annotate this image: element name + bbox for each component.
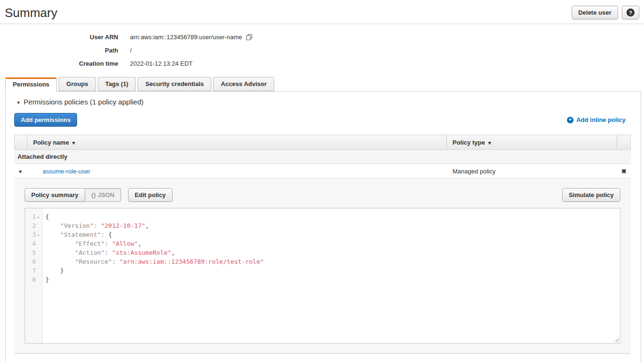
view-buttons: Policy summary {} JSON Edit policy	[25, 188, 173, 202]
json-view-button[interactable]: {} JSON	[85, 188, 121, 202]
title-divider	[0, 24, 644, 24]
add-inline-policy-link[interactable]: Add inline policy	[567, 116, 626, 123]
permissions-policies-section-toggle[interactable]: Permissions policies (1 policy applied)	[17, 98, 634, 106]
detail-row-user-arn: User ARN arn:aws:iam::123456789:user/use…	[0, 30, 644, 43]
path-value: /	[130, 47, 132, 54]
detail-row-creation-time: Creation time 2022-01-12 13:24 EDT	[0, 57, 644, 70]
policy-detail-toolbar: Policy summary {} JSON Edit policy Simul…	[25, 188, 620, 202]
question-mark-icon	[627, 9, 635, 17]
user-arn-value: arn:aws:iam::123456789:user/user-name	[130, 34, 242, 41]
code-line: "Effect": "Allow",	[45, 239, 620, 248]
policy-actions-row: Add permissions Add inline policy	[12, 113, 634, 127]
code-line: "Resource": "arn:aws:iam::123456789:role…	[45, 257, 620, 266]
code-line: {	[45, 212, 620, 221]
table-row: assume-role-user Managed policy	[14, 164, 631, 179]
gutter-line: 3	[25, 230, 42, 239]
user-details: User ARN arn:aws:iam::123456789:user/use…	[0, 30, 644, 70]
header-actions: Delete user	[572, 6, 639, 19]
simulate-policy-button[interactable]: Simulate policy	[562, 188, 620, 202]
add-permissions-button[interactable]: Add permissions	[14, 113, 77, 127]
tab-groups[interactable]: Groups	[59, 77, 96, 91]
tab-permissions[interactable]: Permissions	[5, 78, 57, 92]
page-title: Summary	[5, 6, 57, 20]
gutter-line: 4	[25, 239, 42, 248]
fold-caret-icon[interactable]	[36, 213, 41, 220]
remove-policy-cell	[617, 168, 631, 175]
gutter-line: 7	[25, 266, 42, 275]
gutter-line: 1	[25, 212, 42, 221]
attached-directly-group-header: Attached directly	[14, 150, 631, 164]
code-line: "Version": "2012-10-17",	[45, 221, 620, 230]
editor-code-area[interactable]: { "Version": "2012-10-17", "Statement": …	[43, 208, 620, 343]
sort-caret-icon	[488, 139, 491, 146]
creation-time-value: 2022-01-12 13:24 EDT	[130, 60, 192, 67]
page-header: Summary Delete user	[0, 0, 644, 20]
permissions-tab-panel: Permissions policies (1 policy applied) …	[5, 91, 641, 362]
policy-type-cell: Managed policy	[447, 168, 617, 175]
header-toggle-cell	[15, 135, 27, 149]
detail-row-path: Path /	[0, 43, 644, 57]
editor-gutter: 1 2 3 4 5 6 7 8	[25, 208, 43, 343]
add-inline-policy-label: Add inline policy	[576, 116, 626, 123]
policy-summary-button[interactable]: Policy summary	[25, 188, 85, 202]
plus-circle-icon	[567, 117, 574, 123]
policy-json-editor[interactable]: 1 2 3 4 5 6 7 8 { "Version": "2012-10-17…	[25, 208, 620, 344]
path-label: Path	[0, 47, 118, 54]
column-policy-name[interactable]: Policy name	[27, 135, 446, 149]
fold-caret-icon[interactable]	[36, 231, 41, 238]
gutter-line: 2	[25, 221, 42, 230]
gutter-line: 5	[25, 248, 42, 257]
copy-icon[interactable]	[246, 34, 253, 41]
delete-user-button[interactable]: Delete user	[572, 6, 618, 19]
gutter-line: 8	[25, 275, 42, 284]
section-title: Permissions policies (1 policy applied)	[24, 98, 143, 106]
chevron-down-icon	[19, 168, 22, 175]
creation-time-label: Creation time	[0, 60, 118, 67]
remove-policy-x-icon[interactable]	[621, 168, 627, 175]
tab-tags[interactable]: Tags (1)	[98, 77, 136, 91]
tab-bar: Permissions Groups Tags (1) Security cre…	[0, 77, 644, 91]
row-expand-toggle[interactable]	[14, 168, 26, 175]
code-line: "Action": "sts:AssumeRole",	[45, 248, 620, 257]
code-line: }	[45, 275, 620, 284]
tab-security-credentials[interactable]: Security credentials	[138, 77, 211, 91]
policies-table: Policy name Policy type Attached directl…	[14, 135, 631, 354]
tab-access-advisor[interactable]: Access Advisor	[213, 77, 274, 91]
policy-name-header-label: Policy name	[33, 139, 69, 146]
user-arn-value-wrap: arn:aws:iam::123456789:user/user-name	[130, 34, 253, 41]
help-button[interactable]	[622, 6, 639, 19]
policy-type-header-label: Policy type	[453, 139, 485, 146]
edit-policy-button[interactable]: Edit policy	[128, 188, 173, 202]
view-toggle-group: Policy summary {} JSON	[25, 188, 121, 202]
sort-caret-icon	[72, 139, 75, 146]
user-arn-label: User ARN	[0, 34, 118, 41]
gutter-line: 6	[25, 257, 42, 266]
policy-name-link[interactable]: assume-role-user	[43, 168, 90, 175]
policy-name-cell: assume-role-user	[26, 168, 447, 175]
policy-detail-panel: Policy summary {} JSON Edit policy Simul…	[14, 179, 631, 354]
table-header: Policy name Policy type	[14, 135, 631, 150]
code-line: "Statement": {	[45, 230, 620, 239]
chevron-down-icon	[17, 98, 20, 106]
header-remove-cell	[617, 135, 630, 149]
code-line: }	[45, 266, 620, 275]
column-policy-type[interactable]: Policy type	[446, 135, 617, 149]
